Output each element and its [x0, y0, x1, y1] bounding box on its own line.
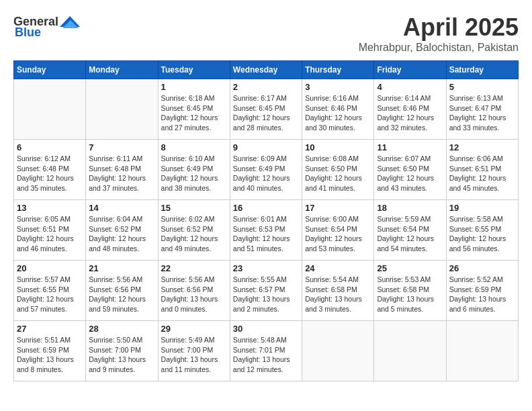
calendar-cell: 16Sunrise: 6:01 AM Sunset: 6:53 PM Dayli… — [230, 200, 302, 261]
day-info: Sunrise: 5:55 AM Sunset: 6:57 PM Dayligh… — [233, 275, 299, 314]
calendar-cell: 15Sunrise: 6:02 AM Sunset: 6:52 PM Dayli… — [158, 200, 230, 261]
day-info: Sunrise: 6:01 AM Sunset: 6:53 PM Dayligh… — [233, 214, 299, 254]
day-number: 4 — [377, 82, 443, 92]
day-info: Sunrise: 5:57 AM Sunset: 6:55 PM Dayligh… — [17, 275, 83, 314]
calendar-cell: 24Sunrise: 5:54 AM Sunset: 6:58 PM Dayli… — [302, 261, 374, 321]
day-info: Sunrise: 5:58 AM Sunset: 6:55 PM Dayligh… — [449, 214, 515, 254]
calendar-cell: 8Sunrise: 6:10 AM Sunset: 6:49 PM Daylig… — [158, 140, 230, 200]
day-info: Sunrise: 6:13 AM Sunset: 6:47 PM Dayligh… — [449, 93, 515, 133]
calendar-cell: 27Sunrise: 5:51 AM Sunset: 6:59 PM Dayli… — [14, 321, 86, 381]
calendar-cell: 12Sunrise: 6:06 AM Sunset: 6:51 PM Dayli… — [446, 140, 518, 200]
calendar-table: SundayMondayTuesdayWednesdayThursdayFrid… — [13, 60, 519, 381]
calendar-cell: 20Sunrise: 5:57 AM Sunset: 6:55 PM Dayli… — [14, 261, 86, 321]
day-info: Sunrise: 6:11 AM Sunset: 6:48 PM Dayligh… — [89, 154, 154, 193]
day-number: 17 — [305, 203, 371, 213]
calendar-header-row: SundayMondayTuesdayWednesdayThursdayFrid… — [14, 61, 519, 79]
logo: General Blue — [13, 13, 80, 40]
calendar-cell: 2Sunrise: 6:17 AM Sunset: 6:45 PM Daylig… — [230, 79, 302, 140]
day-info: Sunrise: 5:51 AM Sunset: 6:59 PM Dayligh… — [17, 335, 83, 375]
day-number: 21 — [89, 263, 154, 273]
day-info: Sunrise: 6:16 AM Sunset: 6:46 PM Dayligh… — [305, 93, 371, 133]
day-number: 22 — [161, 263, 227, 273]
day-number: 25 — [377, 263, 443, 273]
day-number: 20 — [17, 263, 83, 273]
calendar-cell: 9Sunrise: 6:09 AM Sunset: 6:49 PM Daylig… — [230, 140, 302, 200]
day-info: Sunrise: 6:12 AM Sunset: 6:48 PM Dayligh… — [17, 154, 83, 193]
day-number: 23 — [233, 263, 299, 273]
day-number: 10 — [305, 142, 371, 152]
calendar-cell — [374, 321, 446, 381]
day-number: 13 — [17, 203, 83, 213]
weekday-header: Tuesday — [158, 61, 230, 79]
calendar-cell: 19Sunrise: 5:58 AM Sunset: 6:55 PM Dayli… — [446, 200, 518, 261]
calendar-week-row: 20Sunrise: 5:57 AM Sunset: 6:55 PM Dayli… — [14, 261, 519, 321]
logo-icon — [60, 13, 80, 30]
day-info: Sunrise: 6:09 AM Sunset: 6:49 PM Dayligh… — [233, 154, 299, 193]
weekday-header: Thursday — [302, 61, 374, 79]
day-number: 30 — [233, 324, 299, 334]
location-title: Mehrabpur, Balochistan, Pakistan — [359, 42, 519, 54]
page-header: General Blue April 2025 Mehrabpur, Baloc… — [13, 13, 519, 54]
calendar-cell: 28Sunrise: 5:50 AM Sunset: 7:00 PM Dayli… — [86, 321, 158, 381]
day-info: Sunrise: 6:14 AM Sunset: 6:46 PM Dayligh… — [377, 93, 443, 133]
day-number: 15 — [161, 203, 227, 213]
day-info: Sunrise: 6:02 AM Sunset: 6:52 PM Dayligh… — [161, 214, 227, 254]
day-number: 7 — [89, 142, 154, 152]
day-number: 5 — [449, 82, 515, 92]
calendar-cell: 5Sunrise: 6:13 AM Sunset: 6:47 PM Daylig… — [446, 79, 518, 140]
day-info: Sunrise: 6:18 AM Sunset: 6:45 PM Dayligh… — [161, 93, 227, 133]
day-number: 11 — [377, 142, 443, 152]
day-info: Sunrise: 6:04 AM Sunset: 6:52 PM Dayligh… — [89, 214, 154, 254]
day-number: 2 — [233, 82, 299, 92]
day-info: Sunrise: 5:49 AM Sunset: 7:00 PM Dayligh… — [161, 335, 227, 375]
calendar-week-row: 1Sunrise: 6:18 AM Sunset: 6:45 PM Daylig… — [14, 79, 519, 140]
calendar-week-row: 6Sunrise: 6:12 AM Sunset: 6:48 PM Daylig… — [14, 140, 519, 200]
day-number: 27 — [17, 324, 83, 334]
weekday-header: Friday — [374, 61, 446, 79]
calendar-cell: 21Sunrise: 5:56 AM Sunset: 6:56 PM Dayli… — [86, 261, 158, 321]
calendar-cell: 22Sunrise: 5:56 AM Sunset: 6:56 PM Dayli… — [158, 261, 230, 321]
day-number: 14 — [89, 203, 154, 213]
day-number: 29 — [161, 324, 227, 334]
calendar-cell: 13Sunrise: 6:05 AM Sunset: 6:51 PM Dayli… — [14, 200, 86, 261]
calendar-cell — [86, 79, 158, 140]
day-number: 3 — [305, 82, 371, 92]
calendar-cell: 25Sunrise: 5:53 AM Sunset: 6:58 PM Dayli… — [374, 261, 446, 321]
calendar-cell: 23Sunrise: 5:55 AM Sunset: 6:57 PM Dayli… — [230, 261, 302, 321]
day-number: 1 — [161, 82, 227, 92]
weekday-header: Saturday — [446, 61, 518, 79]
calendar-cell: 6Sunrise: 6:12 AM Sunset: 6:48 PM Daylig… — [14, 140, 86, 200]
calendar-cell: 10Sunrise: 6:08 AM Sunset: 6:50 PM Dayli… — [302, 140, 374, 200]
day-info: Sunrise: 5:56 AM Sunset: 6:56 PM Dayligh… — [89, 275, 154, 314]
day-number: 6 — [17, 142, 83, 152]
calendar-cell: 26Sunrise: 5:52 AM Sunset: 6:59 PM Dayli… — [446, 261, 518, 321]
day-number: 9 — [233, 142, 299, 152]
day-info: Sunrise: 5:59 AM Sunset: 6:54 PM Dayligh… — [377, 214, 443, 254]
day-info: Sunrise: 5:54 AM Sunset: 6:58 PM Dayligh… — [305, 275, 371, 314]
day-info: Sunrise: 6:05 AM Sunset: 6:51 PM Dayligh… — [17, 214, 83, 254]
calendar-cell: 4Sunrise: 6:14 AM Sunset: 6:46 PM Daylig… — [374, 79, 446, 140]
calendar-cell: 7Sunrise: 6:11 AM Sunset: 6:48 PM Daylig… — [86, 140, 158, 200]
day-info: Sunrise: 6:08 AM Sunset: 6:50 PM Dayligh… — [305, 154, 371, 193]
calendar-cell: 29Sunrise: 5:49 AM Sunset: 7:00 PM Dayli… — [158, 321, 230, 381]
calendar-week-row: 13Sunrise: 6:05 AM Sunset: 6:51 PM Dayli… — [14, 200, 519, 261]
day-number: 18 — [377, 203, 443, 213]
weekday-header: Wednesday — [230, 61, 302, 79]
calendar-cell — [446, 321, 518, 381]
weekday-header: Sunday — [14, 61, 86, 79]
calendar-cell: 3Sunrise: 6:16 AM Sunset: 6:46 PM Daylig… — [302, 79, 374, 140]
calendar-week-row: 27Sunrise: 5:51 AM Sunset: 6:59 PM Dayli… — [14, 321, 519, 381]
day-info: Sunrise: 6:07 AM Sunset: 6:50 PM Dayligh… — [377, 154, 443, 193]
calendar-cell: 18Sunrise: 5:59 AM Sunset: 6:54 PM Dayli… — [374, 200, 446, 261]
day-number: 12 — [449, 142, 515, 152]
month-title: April 2025 — [359, 13, 519, 42]
day-number: 24 — [305, 263, 371, 273]
day-info: Sunrise: 6:00 AM Sunset: 6:54 PM Dayligh… — [305, 214, 371, 254]
weekday-header: Monday — [86, 61, 158, 79]
day-number: 26 — [449, 263, 515, 273]
title-section: April 2025 Mehrabpur, Balochistan, Pakis… — [359, 13, 519, 54]
logo-blue: Blue — [13, 26, 41, 40]
calendar-cell: 14Sunrise: 6:04 AM Sunset: 6:52 PM Dayli… — [86, 200, 158, 261]
day-number: 16 — [233, 203, 299, 213]
day-info: Sunrise: 5:48 AM Sunset: 7:01 PM Dayligh… — [233, 335, 299, 375]
